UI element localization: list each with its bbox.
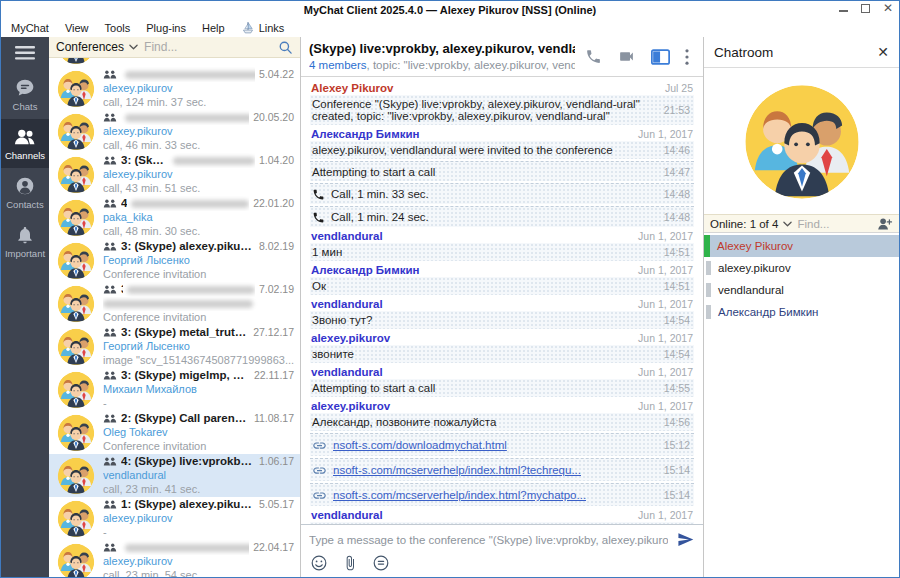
- message-text: Звоню тут?: [312, 314, 372, 326]
- member-search-input[interactable]: Find...: [797, 218, 871, 230]
- chat-topic: , topic: "live:vprokby, alexey.pikurov, …: [367, 59, 575, 71]
- conference-list-item[interactable]: [49, 58, 300, 67]
- menu-item[interactable]: Help: [202, 22, 225, 34]
- emoji-icon[interactable]: [311, 555, 327, 571]
- sidebar-item-chats[interactable]: Chats: [1, 70, 49, 119]
- message-text[interactable]: nsoft-s.com/mcserverhelp/index.html?mych…: [333, 489, 586, 501]
- conference-last-message: -: [103, 526, 294, 540]
- maximize-button[interactable]: [861, 4, 870, 13]
- conference-date: 5.05.17: [259, 498, 294, 511]
- online-members-bar: Online: 1 of 4 Find...: [704, 214, 899, 233]
- message-text[interactable]: nsoft-s.com/mcserverhelp/index.html?tech…: [333, 464, 581, 476]
- conference-list-header: Conferences Find...: [49, 37, 300, 58]
- message-author[interactable]: alexey.pikurov: [311, 332, 390, 344]
- member-list-item[interactable]: Александр Бимкин: [704, 301, 899, 323]
- menu-item[interactable]: Tools: [105, 22, 131, 34]
- message-time: 14:47: [664, 166, 690, 178]
- message-author[interactable]: Alexey Pikurov: [311, 82, 393, 94]
- message-time: 14:51: [664, 246, 690, 258]
- conference-last-message: -: [103, 397, 294, 411]
- conference-list-item[interactable]: 4: (Skype) ... 5.04.22 alexey.pikurov ca…: [49, 67, 300, 110]
- message-list[interactable]: Alexey Pikurov Jul 25 Conference "(Skype…: [301, 77, 703, 524]
- quote-icon[interactable]: [373, 555, 389, 571]
- link-icon: [312, 463, 327, 478]
- conference-list-item[interactable]: 3: (Skype) alexey.pikurov, liv... 8.02.1…: [49, 239, 300, 282]
- message-time: 14:48: [664, 211, 690, 223]
- menu-item[interactable]: MyChat: [11, 22, 49, 34]
- conference-search-input[interactable]: Find...: [144, 40, 272, 54]
- chevron-down-icon[interactable]: [783, 221, 792, 227]
- chat-panel: (Skype) live:vprokby, alexey.pikurov, ve…: [301, 37, 703, 577]
- member-list-item[interactable]: vendlandural: [704, 279, 899, 301]
- conference-last-message: call, 46 min. 33 sec.: [103, 139, 294, 153]
- message-input[interactable]: [309, 534, 668, 546]
- menu-item-label: View: [65, 22, 89, 34]
- conference-date: 7.02.19: [259, 283, 294, 296]
- nav-item-label: Channels: [5, 150, 45, 161]
- menu-item-label: Help: [202, 22, 225, 34]
- menu-item[interactable]: Links: [241, 21, 285, 35]
- conference-list-item[interactable]: 3: (Skype) metal_truth, alexey. 27.12.17…: [49, 325, 300, 368]
- message-author[interactable]: vendlandural: [311, 509, 383, 521]
- conference-last-message: call, 23 min. 54 sec.: [103, 569, 294, 577]
- conference-list-item[interactable]: 3: (Skype) 1.04.20 alexey.pikurov call, …: [49, 153, 300, 196]
- window-title: MyChat Client 2025.4.0 — Alexey Pikurov …: [304, 4, 596, 16]
- message-author[interactable]: vendlandural: [311, 366, 383, 378]
- online-count[interactable]: Online: 1 of 4: [710, 218, 778, 230]
- message-time: 14:55: [664, 382, 690, 394]
- chatroom-panel-title: Chatroom: [714, 45, 773, 60]
- message-text[interactable]: nsoft-s.com/downloadmychat.html: [333, 439, 507, 451]
- message-text: alexey.pikurov, vendlandural were invite…: [312, 144, 613, 156]
- group-icon: [103, 284, 117, 295]
- presence-indicator: [706, 261, 711, 275]
- conference-list-item[interactable]: 3: (Skype) 7.02.19 Conference invitation: [49, 282, 300, 325]
- menu-item[interactable]: Plug-ins: [146, 22, 186, 34]
- add-user-icon[interactable]: [876, 217, 893, 231]
- message-author[interactable]: Александр Бимкин: [311, 264, 419, 276]
- group-icon: [103, 542, 117, 553]
- sidebar-item-channels[interactable]: Channels: [1, 119, 49, 168]
- message-author[interactable]: vendlandural: [311, 230, 383, 242]
- conference-list-item[interactable]: 4: (Skype) live:vprokby, alexe... 1.06.1…: [49, 454, 300, 497]
- conference-last-message: image "scv_15143674508771999863...: [103, 354, 294, 368]
- chat-message: nsoft-s.com/mcserverhelp/index.html?mych…: [310, 483, 694, 506]
- conference-list-item[interactable]: 2: (Skype) 20.05.20 alexey.pikurov call,…: [49, 110, 300, 153]
- presence-indicator: [706, 305, 711, 319]
- member-list-item[interactable]: Alexey Pikurov: [704, 235, 899, 257]
- conference-list-item[interactable]: 4: (Skype) 22.01.20 paka_kika call, 48 m…: [49, 196, 300, 239]
- sidebar-item-contacts[interactable]: Contacts: [1, 168, 49, 217]
- hamburger-menu-button[interactable]: [1, 37, 49, 70]
- conference-list-item[interactable]: 3: (Skype) migelmp, alexey.pik 22.11.17 …: [49, 368, 300, 411]
- group-icon: [103, 241, 117, 252]
- link-icon: [312, 488, 327, 503]
- minimize-button[interactable]: [839, 10, 848, 12]
- message-author[interactable]: alexey.pikurov: [311, 400, 390, 412]
- message-author[interactable]: Александр Бимкин: [311, 128, 419, 140]
- message-author[interactable]: vendlandural: [311, 298, 383, 310]
- conference-last-author: Oleg Tokarev: [103, 426, 294, 440]
- attach-icon[interactable]: [342, 555, 358, 571]
- member-list-item[interactable]: alexey.pikurov: [704, 257, 899, 279]
- members-link[interactable]: 4 members: [309, 59, 367, 71]
- send-icon[interactable]: [676, 531, 695, 548]
- menu-item[interactable]: View: [65, 22, 89, 34]
- conference-title: 3: (Skype) alexey.pikurov, liv...: [121, 239, 255, 254]
- nav-item-label: Chats: [13, 101, 38, 112]
- conference-title: 3: (Skype): [121, 282, 123, 297]
- more-options-button[interactable]: [685, 49, 689, 65]
- menu-item-label: Plug-ins: [146, 22, 186, 34]
- sidebar-item-important[interactable]: Important: [1, 217, 49, 266]
- close-panel-icon[interactable]: ✕: [877, 45, 889, 59]
- split-view-button[interactable]: [651, 49, 670, 65]
- group-icon: [103, 327, 117, 338]
- list-type-selector[interactable]: Conferences: [56, 40, 138, 54]
- search-icon[interactable]: [278, 40, 293, 55]
- redacted-text: [131, 200, 249, 208]
- conference-list-item[interactable]: 1: (Skype) alexey.pikurov 5.05.17 alexey…: [49, 497, 300, 540]
- conference-list-item[interactable]: 2: (Skype) Call parent thread:... 11.08.…: [49, 411, 300, 454]
- conference-list-item[interactable]: 4: (Skype) 22.04.17 alexey.pikurov call,…: [49, 540, 300, 577]
- video-call-button[interactable]: [617, 48, 636, 65]
- close-button[interactable]: ✕: [883, 3, 893, 14]
- conference-date: 5.04.22: [259, 68, 294, 81]
- call-button[interactable]: [585, 48, 602, 65]
